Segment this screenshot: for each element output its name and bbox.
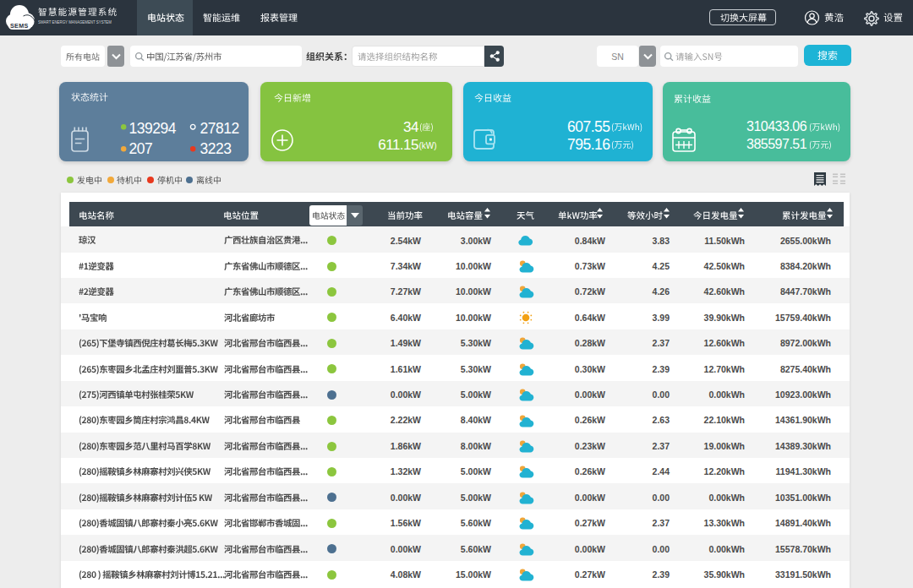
svg-text:SEMS: SEMS bbox=[10, 22, 29, 30]
